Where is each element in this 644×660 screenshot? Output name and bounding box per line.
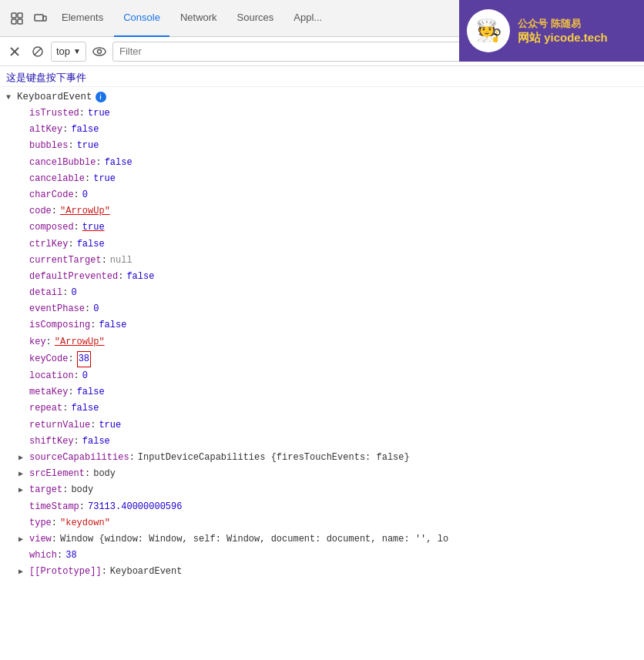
prop-colon: : (46, 335, 52, 350)
prop-colon: : (62, 122, 68, 137)
prop-colon: : (90, 318, 96, 333)
tree-prop-row: eventPhase: 0 (6, 301, 638, 317)
prop-colon: : (74, 220, 79, 235)
prop-key: detail (29, 286, 62, 300)
svg-point-10 (93, 48, 106, 55)
prop-value: true (88, 106, 110, 121)
event-tree: KeyboardEvent i isTrusted: truealtKey: f… (0, 87, 644, 581)
prop-key: ctrlKey (29, 237, 68, 252)
tree-prop-row: isTrusted: true (6, 106, 638, 122)
tree-prop-row: defaultPrevented: false (6, 269, 638, 285)
prop-value: 0 (71, 286, 76, 300)
class-name-label: KeyboardEvent (17, 89, 92, 105)
info-icon[interactable]: i (96, 92, 106, 102)
svg-rect-3 (18, 19, 22, 24)
prop-key: type (29, 516, 52, 531)
prop-colon: : (68, 237, 73, 252)
prop-colon: : (96, 156, 101, 170)
prop-value: body (71, 483, 93, 498)
tree-prop-row[interactable]: sourceCapabilities: InputDeviceCapabilit… (6, 450, 638, 466)
prop-key: isComposing (29, 318, 90, 333)
prop-key: altKey (29, 122, 62, 137)
tree-prop-row: bubbles: true (6, 138, 638, 154)
tree-prop-row: ctrlKey: false (6, 236, 638, 253)
tab-sources[interactable]: Sources (228, 0, 283, 37)
tree-prop-row: returnValue: true (6, 417, 638, 434)
prop-colon: : (79, 500, 85, 514)
prop-colon: : (74, 188, 79, 203)
device-toolbar-icon[interactable] (29, 8, 51, 29)
no-symbol-btn[interactable] (28, 42, 48, 62)
root-expand-icon[interactable] (6, 92, 17, 104)
prop-colon: : (62, 483, 68, 498)
watermark-line1: 公众号 陈随易 (518, 17, 608, 31)
prop-key: charCode (29, 188, 74, 203)
tree-prop-row: composed: true (6, 219, 638, 236)
prototype-row[interactable]: [[Prototype]] : KeyboardEvent (6, 564, 638, 580)
prop-colon: : (90, 418, 96, 433)
expand-icon[interactable] (18, 534, 29, 546)
tree-prop-row[interactable]: srcElement: body (6, 466, 638, 482)
prop-key: repeat (29, 401, 62, 416)
prototype-expand-icon[interactable] (18, 566, 29, 578)
tree-prop-row: metaKey: false (6, 384, 638, 400)
context-selector[interactable]: top ▼ (51, 42, 86, 62)
prop-colon: : (79, 106, 85, 121)
svg-rect-0 (12, 13, 16, 18)
tree-prop-row: which: 38 (6, 548, 638, 564)
tree-prop-row[interactable]: target: body (6, 482, 638, 498)
tree-prop-row: charCode: 0 (6, 187, 638, 203)
eye-icon-btn[interactable] (89, 42, 109, 62)
prop-value: "ArrowUp" (60, 204, 110, 219)
watermark-avatar: 🧑‍🍳 (467, 9, 510, 52)
prop-key: composed (29, 220, 74, 235)
prop-key: sourceCapabilities (29, 451, 129, 465)
prop-key: keyCode (29, 352, 68, 367)
prop-key: returnValue (29, 418, 90, 433)
inspect-element-icon[interactable] (6, 8, 28, 29)
tree-prop-row: shiftKey: false (6, 434, 638, 450)
tree-prop-row: detail: 0 (6, 285, 638, 301)
svg-point-11 (97, 49, 101, 53)
expand-icon[interactable] (18, 484, 29, 497)
tree-prop-row: timeStamp: 73113.40000000596 (6, 499, 638, 515)
prop-colon: : (62, 401, 68, 416)
prop-key: srcElement (29, 467, 85, 481)
avatar-emoji: 🧑‍🍳 (475, 18, 502, 44)
prop-value: false (82, 434, 110, 449)
prop-value: 0 (93, 302, 99, 317)
expand-icon[interactable] (18, 452, 29, 464)
prop-key: cancelable (29, 172, 85, 186)
prototype-colon: : (102, 565, 107, 579)
prop-key: defaultPrevented (29, 270, 118, 284)
prop-key: key (29, 335, 46, 350)
prop-value: null (110, 253, 132, 268)
svg-rect-2 (18, 13, 22, 18)
tab-network[interactable]: Network (171, 0, 226, 37)
prop-key: timeStamp (29, 500, 79, 514)
tab-elements[interactable]: Elements (52, 0, 112, 37)
prop-colon: : (57, 548, 62, 563)
prop-value: true (99, 418, 121, 433)
tree-prop-row: cancelBubble: false (6, 155, 638, 171)
prop-colon: : (68, 139, 73, 153)
tree-prop-row: code: "ArrowUp" (6, 203, 638, 219)
tab-console[interactable]: Console (114, 0, 169, 37)
tree-prop-row[interactable]: view: Window {window: Window, self: Wind… (6, 531, 638, 548)
prop-colon: : (68, 385, 73, 400)
prop-colon: : (52, 516, 57, 531)
tree-root[interactable]: KeyboardEvent i (6, 89, 638, 106)
prop-key: eventPhase (29, 302, 85, 317)
prop-key: currentTarget (29, 253, 102, 268)
prop-value: false (77, 237, 105, 252)
tree-prop-row: type: "keydown" (6, 515, 638, 531)
prop-colon: : (85, 172, 90, 186)
prop-key: view (29, 532, 52, 547)
expand-icon[interactable] (18, 468, 29, 481)
prop-value: false (126, 270, 154, 284)
clear-console-btn[interactable] (5, 42, 25, 62)
prop-colon: : (52, 532, 57, 547)
prop-colon: : (62, 286, 68, 300)
tab-application[interactable]: Appl... (284, 0, 331, 37)
prop-value: "keydown" (60, 516, 110, 531)
